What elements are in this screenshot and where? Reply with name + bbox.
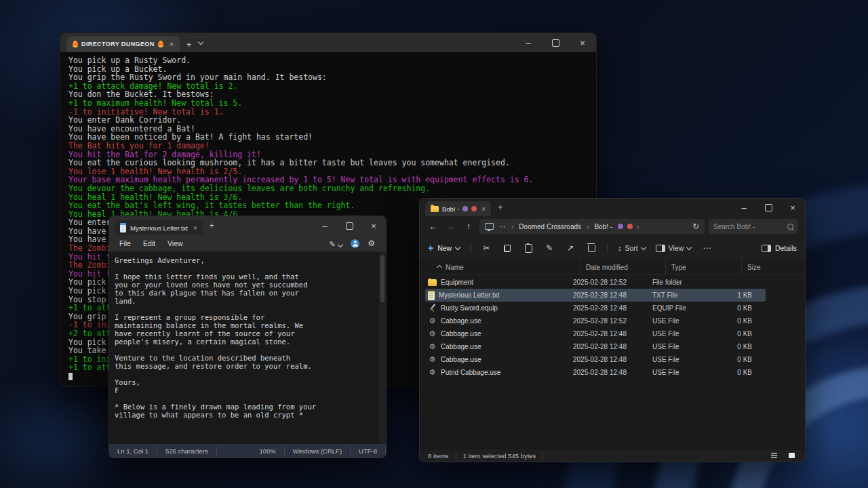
view-button[interactable]: View bbox=[656, 244, 692, 252]
back-button[interactable]: ← bbox=[427, 220, 440, 233]
minimize-button[interactable]: – bbox=[313, 216, 337, 235]
column-header-name[interactable]: Name bbox=[425, 260, 580, 274]
file-row[interactable]: Cabbage.use2025-02-28 12:48USE File0 KB bbox=[425, 340, 766, 353]
file-row[interactable]: Mysterious Letter.txt2025-02-28 12:48TXT… bbox=[425, 289, 766, 302]
file-name: Cabbage.use bbox=[441, 356, 481, 363]
maximize-button[interactable] bbox=[542, 33, 569, 52]
menu-edit[interactable]: Edit bbox=[137, 237, 161, 249]
file-type: USE File bbox=[647, 317, 717, 325]
file-date: 2025-02-28 12:48 bbox=[568, 330, 647, 338]
divider bbox=[470, 243, 471, 253]
notepad-titlebar[interactable]: Mysterious Letter.txt × + – × bbox=[109, 216, 386, 235]
new-tab-button[interactable]: + bbox=[210, 221, 214, 230]
maximize-button[interactable] bbox=[756, 199, 781, 216]
maximize-icon bbox=[346, 222, 353, 230]
column-label: Name bbox=[446, 264, 464, 271]
column-header-size[interactable]: Size bbox=[741, 260, 789, 274]
explorer-titlebar[interactable]: Bob! - × + – × bbox=[420, 199, 805, 216]
breadcrumb-item[interactable]: Doomed Crossroads bbox=[517, 222, 583, 231]
file-row[interactable]: Cabbage.use2025-02-28 12:48USE File0 KB bbox=[425, 327, 766, 340]
flame-icon bbox=[158, 41, 163, 47]
forward-button[interactable]: → bbox=[444, 220, 458, 233]
copy-button[interactable] bbox=[502, 245, 513, 252]
scrollbar[interactable] bbox=[379, 252, 386, 444]
letter-icon bbox=[428, 291, 435, 300]
close-button[interactable]: × bbox=[361, 216, 386, 235]
sort-icon: ↕ bbox=[618, 244, 621, 252]
breadcrumb-item[interactable]: Bob! - bbox=[593, 222, 614, 231]
notepad-statusbar: Ln 1, Col 1 526 characters 100% Windows … bbox=[109, 444, 386, 458]
column-header-type[interactable]: Type bbox=[665, 260, 741, 274]
search-box[interactable]: Search Bob! - bbox=[709, 219, 798, 234]
paste-button[interactable] bbox=[523, 244, 534, 253]
notepad-tab[interactable]: Mysterious Letter.txt × bbox=[115, 220, 203, 235]
terminal-tab-title: DIRECTORY DUNGEON bbox=[81, 41, 155, 47]
more-options-button[interactable]: ⋯ bbox=[701, 243, 712, 253]
file-name: Rusty Sword.equip bbox=[441, 304, 498, 312]
zoom-level[interactable]: 100% bbox=[251, 447, 284, 455]
details-pane-button[interactable]: Details bbox=[762, 244, 797, 252]
encoding[interactable]: UTF-8 bbox=[351, 447, 386, 455]
file-row[interactable]: Rusty Sword.equip2025-02-28 12:48EQUIP F… bbox=[425, 302, 766, 314]
sword-icon bbox=[428, 304, 437, 312]
sort-button[interactable]: ↕ Sort bbox=[618, 244, 646, 252]
chevron-down-icon bbox=[686, 245, 692, 250]
delete-button[interactable] bbox=[586, 245, 597, 252]
thumbnail-icon bbox=[789, 453, 795, 458]
maximize-button[interactable] bbox=[337, 216, 361, 235]
scrollbar-thumb[interactable] bbox=[380, 255, 384, 302]
terminal-line: You enter Dank Corridor. bbox=[68, 116, 588, 125]
notepad-editor[interactable]: Greetings Adventurer, I hope this letter… bbox=[109, 252, 386, 444]
breadcrumb-separator-icon: › bbox=[511, 223, 513, 230]
view-icon bbox=[656, 245, 665, 252]
chevron-down-icon bbox=[197, 39, 203, 45]
letter-text[interactable]: Greetings Adventurer, I hope this letter… bbox=[115, 256, 376, 419]
file-type: EQUIP File bbox=[647, 304, 717, 312]
terminal-tab[interactable]: DIRECTORY DUNGEON × bbox=[66, 36, 180, 52]
menu-file[interactable]: File bbox=[113, 237, 137, 249]
terminal-line: You pick up a Rusty Sword. bbox=[68, 56, 588, 65]
status-spacer bbox=[217, 447, 252, 455]
line-ending-type[interactable]: Windows (CRLF) bbox=[285, 447, 351, 455]
new-label: New bbox=[437, 244, 452, 252]
file-row[interactable]: Putrid Cabbage.use2025-02-28 12:48USE Fi… bbox=[425, 366, 766, 379]
editing-mode-button[interactable]: ✎ bbox=[330, 237, 343, 249]
this-pc-icon bbox=[485, 223, 494, 230]
settings-gear-icon[interactable]: ⚙ bbox=[368, 239, 375, 248]
cut-button[interactable]: ✂ bbox=[481, 243, 492, 253]
new-tab-button[interactable]: + bbox=[498, 203, 502, 212]
rename-button[interactable]: ✎ bbox=[544, 243, 555, 253]
minimize-button[interactable]: – bbox=[732, 199, 756, 216]
file-row[interactable]: Cabbage.use2025-02-28 12:48USE File0 KB bbox=[425, 353, 766, 366]
address-bar[interactable]: ⋯ › Doomed Crossroads › Bob! - › ↻ bbox=[479, 219, 705, 234]
explorer-navbar: ← → ↑ ⋯ › Doomed Crossroads › Bob! - › ↻… bbox=[420, 216, 805, 237]
view-label: View bbox=[669, 244, 684, 252]
minimize-button[interactable]: – bbox=[515, 33, 542, 52]
close-button[interactable]: × bbox=[781, 199, 805, 216]
sort-label: Sort bbox=[625, 244, 637, 252]
new-button[interactable]: + New bbox=[428, 243, 460, 253]
close-button[interactable]: × bbox=[569, 33, 596, 52]
account-icon[interactable] bbox=[351, 239, 359, 248]
file-list[interactable]: Equipment2025-02-28 12:52File folderMyst… bbox=[420, 274, 805, 449]
chevron-down-icon bbox=[338, 242, 343, 247]
notepad-window: Mysterious Letter.txt × + – × File Edit … bbox=[108, 216, 387, 458]
new-tab-button[interactable]: + bbox=[186, 39, 192, 49]
menu-view[interactable]: View bbox=[161, 237, 189, 249]
tab-close-button[interactable]: × bbox=[170, 40, 174, 48]
tab-close-button[interactable]: × bbox=[193, 224, 197, 232]
explorer-statusbar: 8 items 1 item selected 545 bytes bbox=[420, 449, 805, 462]
explorer-tab[interactable]: Bob! - × bbox=[425, 201, 491, 216]
file-row[interactable]: Cabbage.use2025-02-28 12:52USE File0 KB bbox=[425, 314, 766, 327]
breadcrumb-collapsed[interactable]: ⋯ bbox=[498, 222, 507, 231]
tab-close-button[interactable]: × bbox=[481, 205, 486, 213]
thumbnail-view-toggle[interactable] bbox=[786, 451, 797, 460]
column-header-date[interactable]: Date modified bbox=[580, 260, 665, 274]
refresh-button[interactable]: ↻ bbox=[692, 222, 699, 231]
share-button[interactable]: ↗ bbox=[565, 243, 576, 253]
tab-dropdown-button[interactable] bbox=[199, 35, 203, 47]
file-row[interactable]: Equipment2025-02-28 12:52File folder bbox=[425, 276, 766, 289]
terminal-titlebar[interactable]: DIRECTORY DUNGEON × + – × bbox=[60, 33, 596, 52]
up-button[interactable]: ↑ bbox=[462, 220, 475, 233]
details-view-toggle[interactable] bbox=[768, 451, 779, 460]
